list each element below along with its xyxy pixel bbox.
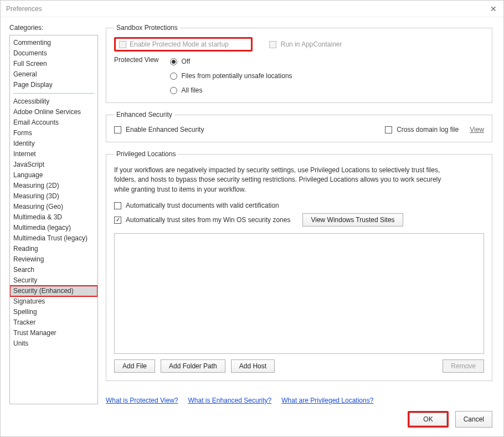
category-item[interactable]: Measuring (3D) [10,191,97,202]
ok-button[interactable]: OK [409,413,446,426]
close-icon[interactable]: ✕ [488,4,499,13]
category-item[interactable]: Multimedia & 3D [10,212,97,223]
preferences-window: Preferences ✕ Categories: CommentingDocu… [0,0,504,437]
sandbox-legend: Sandbox Protections [114,24,180,32]
category-item[interactable]: Identity [10,138,97,149]
cancel-button[interactable]: Cancel [455,411,492,428]
protected-view-unsafe-radio[interactable] [170,73,177,80]
enable-protected-mode-label: Enable Protected Mode at startup [130,40,229,48]
protected-view-all-radio[interactable] [170,87,177,94]
add-file-button[interactable]: Add File [114,359,155,373]
window-title: Preferences [6,5,42,13]
category-separator [13,93,94,94]
what-is-protected-view-link[interactable]: What is Protected View? [106,397,178,404]
run-appcontainer-label: Run in AppContainer [281,40,342,48]
category-item[interactable]: Full Screen [10,59,97,69]
enable-enhanced-security-label: Enable Enhanced Security [126,126,204,133]
category-item[interactable]: Multimedia (legacy) [10,223,97,233]
privileged-locations-group: Privileged Locations If your workflows a… [106,150,492,381]
auto-trust-cert-checkbox[interactable] [114,202,121,209]
protected-view-off-label: Off [182,58,191,65]
help-links: What is Protected View? What is Enhanced… [106,397,492,404]
category-item[interactable]: Units [10,338,97,349]
category-item[interactable]: Spelling [10,307,97,317]
cross-domain-log-label: Cross domain log file [397,126,459,133]
content-area: Categories: CommentingDocumentsFull Scre… [1,17,503,404]
category-item[interactable]: JavaScript [10,160,97,170]
ok-button-highlight: OK [408,411,448,428]
category-item[interactable]: Accessibility [10,96,97,107]
add-folder-path-button[interactable]: Add Folder Path [161,359,225,373]
privileged-locations-list[interactable] [114,233,484,354]
enhanced-security-group: Enhanced Security Enable Enhanced Securi… [106,111,492,142]
category-item[interactable]: Search [10,265,97,275]
category-item[interactable]: Measuring (Geo) [10,202,97,212]
category-item[interactable]: Documents [10,48,97,59]
category-item[interactable]: Forms [10,128,97,138]
add-host-button[interactable]: Add Host [231,359,275,373]
category-item[interactable]: Adobe Online Services [10,107,97,117]
category-item[interactable]: Email Accounts [10,117,97,128]
enhanced-legend: Enhanced Security [114,111,174,119]
categories-column: Categories: CommentingDocumentsFull Scre… [9,24,98,404]
remove-button[interactable]: Remove [443,359,484,373]
auto-trust-winzone-checkbox[interactable] [114,217,121,224]
category-item[interactable]: Multimedia Trust (legacy) [10,233,97,244]
privileged-description: If your workflows are negatively impacte… [114,166,446,194]
protected-view-label: Protected View [114,56,159,96]
auto-trust-cert-label: Automatically trust documents with valid… [126,202,279,209]
enable-protected-mode-highlight: Enable Protected Mode at startup [114,37,253,52]
view-windows-trusted-sites-button[interactable]: View Windows Trusted Sites [302,213,403,227]
cross-domain-log-checkbox[interactable] [385,126,392,133]
categories-list[interactable]: CommentingDocumentsFull ScreenGeneralPag… [9,35,98,404]
dialog-footer: OK Cancel [1,404,503,436]
category-item[interactable]: Security [10,275,97,286]
privileged-legend: Privileged Locations [114,150,178,158]
view-log-link[interactable]: View [470,126,484,133]
what-are-privileged-locations-link[interactable]: What are Privileged Locations? [281,397,373,404]
category-item[interactable]: Security (Enhanced) [10,286,97,296]
category-item[interactable]: Commenting [10,38,97,48]
categories-label: Categories: [9,24,98,32]
category-item[interactable]: Measuring (2D) [10,181,97,191]
protected-view-unsafe-label: Files from potentially unsafe locations [182,72,292,80]
category-item[interactable]: Signatures [10,296,97,307]
enable-enhanced-security-checkbox[interactable] [114,126,121,133]
settings-column: Sandbox Protections Enable Protected Mod… [106,24,495,404]
category-item[interactable]: Trust Manager [10,328,97,338]
auto-trust-winzone-label: Automatically trust sites from my Win OS… [126,216,290,224]
run-appcontainer-checkbox[interactable] [269,41,276,48]
protected-view-all-label: All files [182,86,203,94]
category-item[interactable]: Tracker [10,317,97,328]
category-item[interactable]: Language [10,170,97,181]
category-item[interactable]: Page Display [10,80,97,90]
category-item[interactable]: Internet [10,149,97,160]
sandbox-protections-group: Sandbox Protections Enable Protected Mod… [106,24,492,103]
enable-protected-mode-checkbox[interactable] [119,41,126,48]
what-is-enhanced-security-link[interactable]: What is Enhanced Security? [188,397,272,404]
category-item[interactable]: Reading [10,244,97,254]
protected-view-off-radio[interactable] [170,58,177,65]
category-item[interactable]: General [10,69,97,80]
category-item[interactable]: Reviewing [10,254,97,265]
titlebar: Preferences ✕ [1,1,503,17]
